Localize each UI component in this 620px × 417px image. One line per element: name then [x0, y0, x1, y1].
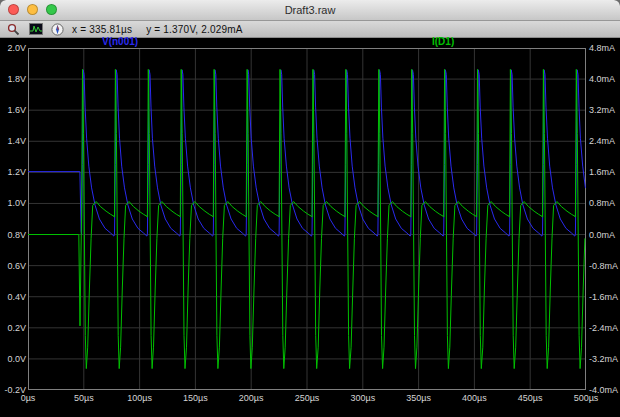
x-axis-tick-label: 400µs [454, 394, 494, 403]
toolbar: x = 335.81µsy = 1.370V, 2.029mA [0, 21, 620, 38]
x-axis-tick-label: 450µs [510, 394, 550, 403]
minimize-button[interactable] [27, 4, 38, 15]
trace-label-i[interactable]: I(D1) [432, 36, 454, 47]
y-axis-right-tick-label: -0.8mA [589, 262, 618, 271]
y-axis-right-tick-label: -3.2mA [589, 355, 618, 364]
x-axis-tick-label: 50µs [64, 394, 104, 403]
trace-i-d1- [28, 69, 585, 368]
x-axis-tick-label: 200µs [231, 394, 271, 403]
x-axis-tick-label: 250µs [287, 394, 327, 403]
y-axis-left-tick-label: 2.0V [0, 44, 26, 53]
window-title: Draft3.raw [0, 0, 620, 20]
y-axis-right-tick-label: -1.6mA [589, 293, 618, 302]
x-axis-tick-label: 0µs [8, 394, 48, 403]
x-axis-tick-label: 500µs [566, 394, 606, 403]
y-axis-left-tick-label: 0.4V [0, 293, 26, 302]
x-axis-tick-label: 150µs [175, 394, 215, 403]
y-axis-right-tick-label: 4.0mA [589, 75, 615, 84]
cursor-y-readout: y = 1.370V, 2.029mA [146, 24, 243, 35]
y-axis-left-tick-label: 1.2V [0, 168, 26, 177]
y-axis-right-tick-label: 4.8mA [589, 44, 615, 53]
y-axis-left-tick-label: 0.2V [0, 324, 26, 333]
y-axis-left-tick-label: 1.8V [0, 75, 26, 84]
cursor-coordinates: x = 335.81µsy = 1.370V, 2.029mA [72, 24, 243, 35]
y-axis-left-tick-label: 1.0V [0, 199, 26, 208]
x-axis-tick-label: 100µs [120, 394, 160, 403]
zoom-icon[interactable] [6, 23, 21, 36]
x-axis-tick-label: 350µs [399, 394, 439, 403]
y-axis-left-tick-label: 0.0V [0, 355, 26, 364]
titlebar: Draft3.raw [0, 0, 620, 21]
zoom-window-button[interactable] [46, 4, 57, 15]
waveform-pane[interactable]: V(n001) I(D1) 2.0V1.8V1.6V1.4V1.2V1.0V0.… [0, 38, 620, 417]
y-axis-right-tick-label: 3.2mA [589, 106, 615, 115]
y-axis-right-tick-label: 0.0mA [589, 231, 615, 240]
y-axis-right-tick-label: 2.4mA [589, 137, 615, 146]
y-axis-left-tick-label: 1.4V [0, 137, 26, 146]
ltspice-window: Draft3.raw x = 335.81µsy = 1.370V, 2.029… [0, 0, 620, 417]
close-button[interactable] [8, 4, 19, 15]
x-axis-tick-label: 300µs [343, 394, 383, 403]
compass-icon[interactable] [50, 23, 65, 36]
trace-label-v[interactable]: V(n001) [102, 36, 138, 47]
y-axis-left-tick-label: 0.8V [0, 231, 26, 240]
cursor-x-readout: x = 335.81µs [72, 24, 132, 35]
y-axis-left-tick-label: 0.6V [0, 262, 26, 271]
y-axis-left-tick-label: 1.6V [0, 106, 26, 115]
waveform-pane-icon[interactable] [28, 23, 43, 36]
waveform-plot[interactable] [28, 48, 586, 390]
traffic-lights [8, 4, 57, 15]
y-axis-right-tick-label: 0.8mA [589, 199, 615, 208]
y-axis-right-tick-label: 1.6mA [589, 168, 615, 177]
y-axis-right-tick-label: -2.4mA [589, 324, 618, 333]
